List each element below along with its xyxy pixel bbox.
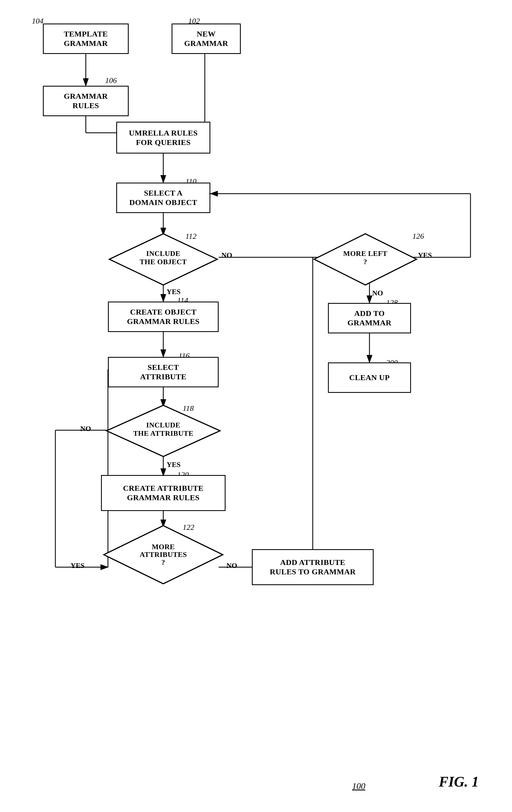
flowchart-diagram: 104 102 106 108 110 112 114 116 118 120 …: [0, 0, 512, 812]
create-object-grammar-node: CREATE OBJECT GRAMMAR RULES: [108, 301, 219, 332]
select-domain-node: SELECT A DOMAIN OBJECT: [116, 182, 210, 213]
svg-text:?: ?: [161, 558, 165, 566]
grammar-rules-node: GRAMMAR RULES: [43, 86, 129, 116]
umbrella-rules-node: UMRELLA RULES FOR QUERIES: [116, 122, 210, 153]
arrows-svg: [0, 0, 512, 812]
new-grammar-node: NEW GRAMMAR: [172, 24, 241, 54]
clean-up-node: CLEAN UP: [328, 362, 411, 393]
more-attributes-node: MORE ATTRIBUTES ?: [103, 524, 224, 585]
diagram-ref-100: 100: [352, 781, 365, 791]
svg-text:THE ATTRIBUTE: THE ATTRIBUTE: [133, 429, 194, 437]
svg-text:ATTRIBUTES: ATTRIBUTES: [140, 551, 187, 558]
svg-text:THE OBJECT: THE OBJECT: [140, 258, 187, 266]
include-attribute-node: INCLUDE THE ATTRIBUTE: [105, 404, 221, 458]
svg-text:?: ?: [363, 258, 367, 266]
yes-more-attributes: YES: [70, 561, 85, 570]
no-include-attribute: NO: [80, 425, 91, 433]
ref-104: 104: [32, 17, 44, 25]
svg-text:INCLUDE: INCLUDE: [146, 421, 180, 429]
add-to-grammar-node: ADD TO GRAMMAR: [328, 303, 411, 334]
no-more-attributes: NO: [226, 561, 237, 570]
svg-text:INCLUDE: INCLUDE: [146, 250, 180, 258]
svg-text:MORE LEFT: MORE LEFT: [343, 250, 388, 258]
select-attribute-node: SELECT ATTRIBUTE: [108, 357, 219, 387]
svg-text:MORE: MORE: [152, 543, 175, 551]
ref-106: 106: [105, 76, 117, 85]
yes-include-object: YES: [167, 288, 181, 296]
add-attribute-rules-node: ADD ATTRIBUTE RULES TO GRAMMAR: [252, 549, 374, 585]
create-attribute-grammar-node: CREATE ATTRIBUTE GRAMMAR RULES: [101, 475, 226, 511]
no-include-object: NO: [221, 251, 232, 260]
more-left-node: MORE LEFT ?: [313, 232, 418, 286]
figure-label: FIG. 1: [439, 774, 479, 790]
yes-include-attribute: YES: [167, 461, 181, 469]
template-grammar-node: TEMPLATE GRAMMAR: [43, 24, 129, 54]
include-object-node: INCLUDE THE OBJECT: [108, 232, 219, 286]
yes-more-left: YES: [418, 251, 432, 260]
no-more-left: NO: [372, 289, 383, 297]
